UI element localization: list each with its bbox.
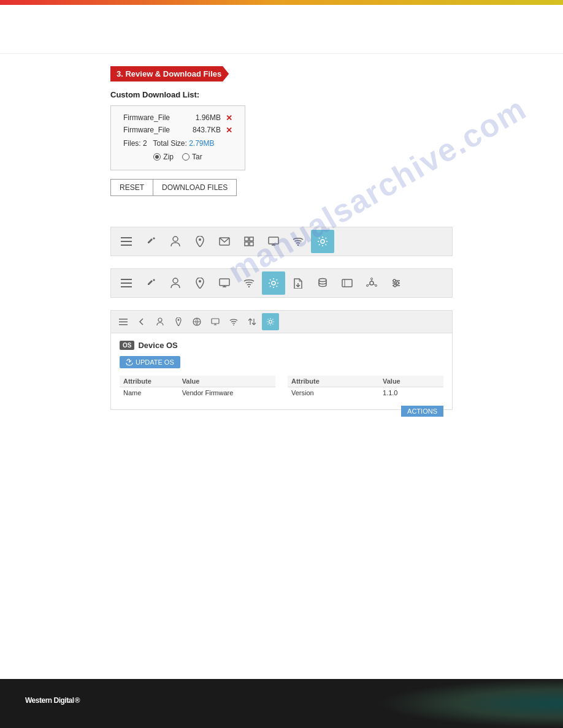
svg-point-4 bbox=[199, 238, 201, 241]
right-attr-value: 1.1.0 bbox=[379, 387, 443, 399]
update-os-label: UPDATE OS bbox=[136, 358, 174, 366]
svg-point-40 bbox=[158, 318, 162, 322]
download-files-button[interactable]: DOWNLOAD FILES bbox=[153, 179, 237, 196]
toolbar2-tools-btn[interactable] bbox=[139, 271, 163, 295]
devos-toolbar-menu-btn[interactable] bbox=[115, 313, 132, 330]
device-os-title: OS Device OS bbox=[120, 341, 443, 350]
svg-point-24 bbox=[370, 281, 373, 285]
toolbar1-wifi-btn[interactable] bbox=[286, 230, 310, 253]
left-attr-name: Name bbox=[120, 387, 178, 399]
svg-rect-13 bbox=[121, 279, 132, 280]
toolbar1-monitor-btn[interactable] bbox=[262, 230, 285, 253]
reset-button[interactable]: RESET bbox=[110, 179, 153, 196]
svg-point-11 bbox=[297, 245, 299, 246]
svg-point-17 bbox=[199, 280, 201, 282]
tar-radio[interactable] bbox=[182, 153, 190, 161]
svg-rect-38 bbox=[119, 321, 128, 322]
devos-toolbar-arrows-btn[interactable] bbox=[243, 313, 261, 330]
svg-point-35 bbox=[396, 282, 399, 284]
svg-rect-6 bbox=[245, 237, 248, 241]
right-attr-name: Version bbox=[288, 387, 379, 399]
top-gradient-bar bbox=[0, 0, 563, 5]
toolbar2-menu-btn[interactable] bbox=[115, 271, 138, 295]
svg-rect-0 bbox=[121, 237, 132, 238]
svg-rect-37 bbox=[119, 319, 128, 320]
header-area bbox=[0, 5, 563, 54]
toolbar1-settings-btn[interactable] bbox=[311, 230, 334, 253]
right-col-attribute: Attribute bbox=[288, 376, 379, 387]
toolbar1-tools-btn[interactable] bbox=[139, 230, 163, 253]
device-os-section: OS Device OS UPDATE OS Attribute Value bbox=[0, 310, 563, 410]
attributes-grid: Attribute Value Name Vendor Firmware bbox=[120, 376, 443, 398]
toolbar1-menu-btn[interactable] bbox=[115, 230, 138, 253]
devos-toolbar-globe-btn[interactable] bbox=[188, 313, 205, 330]
toolbar2-export-btn[interactable] bbox=[286, 271, 310, 295]
left-attr-table-container: Attribute Value Name Vendor Firmware bbox=[120, 376, 275, 398]
update-icon bbox=[126, 358, 133, 366]
files-count: 2 bbox=[143, 139, 147, 148]
actions-button[interactable]: ACTIONS bbox=[401, 406, 443, 417]
left-attr-table: Attribute Value Name Vendor Firmware bbox=[120, 376, 275, 398]
svg-point-19 bbox=[248, 286, 250, 287]
toolbar1-email-btn[interactable] bbox=[213, 230, 236, 253]
devos-toolbar-settings-btn[interactable] bbox=[262, 313, 279, 330]
file-remove-2[interactable]: ✕ bbox=[226, 126, 232, 134]
svg-point-36 bbox=[394, 284, 396, 287]
file-name-2: Firmware_File bbox=[123, 126, 193, 134]
files-total-size: 2.79MB bbox=[189, 139, 214, 148]
left-col-value: Value bbox=[178, 376, 275, 387]
right-col-value: Value bbox=[379, 376, 443, 387]
devos-toolbar-person-btn[interactable] bbox=[151, 313, 169, 330]
footer: Western Digital® bbox=[0, 679, 563, 728]
svg-rect-39 bbox=[119, 324, 128, 325]
zip-radio[interactable] bbox=[153, 153, 161, 161]
right-attr-table-container: Attribute Value Version 1.1.0 bbox=[288, 376, 443, 398]
svg-rect-14 bbox=[121, 282, 132, 284]
os-badge: OS bbox=[120, 341, 134, 350]
file-row-1: Firmware_File 1.96MB ✕ bbox=[123, 113, 232, 122]
left-attr-value: Vendor Firmware bbox=[178, 387, 275, 399]
device-os-content: OS Device OS UPDATE OS Attribute Value bbox=[111, 333, 452, 409]
format-zip[interactable]: Zip bbox=[153, 153, 174, 161]
file-remove-1[interactable]: ✕ bbox=[226, 114, 232, 122]
toolbar1-location-btn[interactable] bbox=[188, 230, 212, 253]
toolbar2-person-btn[interactable] bbox=[164, 271, 187, 295]
footer-logo: Western Digital® bbox=[25, 696, 80, 711]
svg-line-29 bbox=[373, 284, 375, 285]
files-summary: Files: 2 Total Size: 2.79MB bbox=[123, 139, 232, 148]
devos-toolbar-wifi-btn[interactable] bbox=[225, 313, 242, 330]
device-os-panel: OS Device OS UPDATE OS Attribute Value bbox=[110, 310, 453, 410]
svg-rect-9 bbox=[250, 242, 253, 246]
svg-rect-18 bbox=[220, 279, 229, 286]
file-size-2: 843.7KB bbox=[193, 126, 221, 134]
toolbar2-settings-btn[interactable] bbox=[262, 271, 285, 295]
toolbar2-location-btn[interactable] bbox=[188, 271, 212, 295]
toolbar2-sliders-btn[interactable] bbox=[385, 271, 408, 295]
svg-point-44 bbox=[233, 324, 234, 325]
svg-rect-43 bbox=[212, 319, 219, 324]
toolbar1-grid-btn[interactable] bbox=[237, 230, 261, 253]
toolbar1-person-btn[interactable] bbox=[164, 230, 187, 253]
toolbar2-database-btn[interactable] bbox=[311, 271, 334, 295]
toolbar2-network-btn[interactable] bbox=[360, 271, 383, 295]
update-os-button[interactable]: UPDATE OS bbox=[120, 356, 180, 368]
devos-toolbar-back-btn[interactable] bbox=[133, 313, 150, 330]
custom-download-label: Custom Download List: bbox=[110, 90, 453, 99]
svg-rect-7 bbox=[250, 237, 253, 241]
format-tar[interactable]: Tar bbox=[182, 153, 202, 161]
toolbar2-wifi-btn[interactable] bbox=[237, 271, 261, 295]
svg-point-34 bbox=[393, 279, 396, 282]
toolbar2-monitor-btn[interactable] bbox=[213, 271, 236, 295]
device-os-toolbar bbox=[111, 311, 452, 333]
download-list-box: Firmware_File 1.96MB ✕ Firmware_File 843… bbox=[110, 105, 245, 170]
svg-line-30 bbox=[368, 284, 370, 285]
toolbar2-display-btn[interactable] bbox=[335, 271, 359, 295]
table-row: Name Vendor Firmware bbox=[120, 387, 275, 399]
svg-rect-22 bbox=[342, 279, 352, 287]
action-buttons: RESET DOWNLOAD FILES bbox=[110, 179, 453, 196]
devos-toolbar-monitor-btn[interactable] bbox=[207, 313, 224, 330]
devos-toolbar-location-btn[interactable] bbox=[170, 313, 187, 330]
format-options: Zip Tar bbox=[123, 153, 232, 161]
svg-rect-2 bbox=[121, 245, 132, 246]
zip-label: Zip bbox=[163, 153, 174, 161]
